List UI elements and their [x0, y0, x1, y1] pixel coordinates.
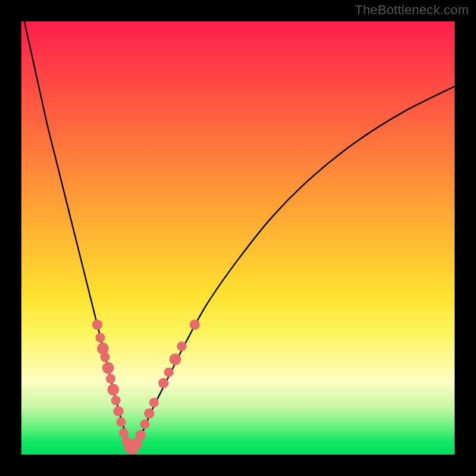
data-marker — [95, 333, 105, 342]
bottleneck-curve — [21, 21, 455, 450]
data-marker — [190, 320, 200, 330]
data-marker — [113, 406, 123, 416]
watermark-text: TheBottleneck.com — [355, 2, 469, 18]
chart-frame: TheBottleneck.com — [0, 0, 476, 476]
data-marker — [177, 342, 186, 351]
data-marker — [140, 419, 149, 429]
data-marker — [158, 378, 168, 388]
data-marker — [100, 352, 109, 362]
data-marker — [92, 320, 102, 330]
data-marker — [170, 353, 181, 365]
data-marker — [102, 362, 114, 374]
chart-svg — [21, 21, 455, 455]
data-marker — [111, 396, 121, 405]
data-marker — [119, 428, 129, 438]
data-marker — [97, 343, 109, 355]
data-marker — [107, 384, 119, 396]
data-marker — [144, 408, 154, 418]
marker-group — [92, 320, 200, 455]
plot-area — [21, 21, 455, 455]
data-marker — [149, 398, 159, 408]
data-marker — [106, 374, 115, 384]
data-marker — [136, 430, 146, 440]
data-marker — [164, 368, 173, 377]
data-marker — [116, 417, 126, 427]
